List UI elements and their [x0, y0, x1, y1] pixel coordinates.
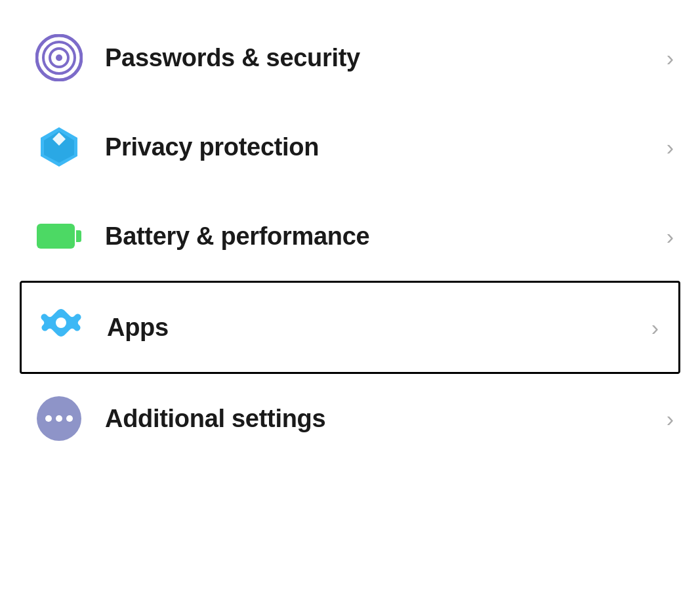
privacy-protection-label: Privacy protection — [105, 133, 653, 161]
additional-settings-chevron: › — [667, 406, 674, 432]
privacy-icon-wrapper — [33, 121, 85, 173]
battery-body — [37, 224, 75, 249]
apps-label: Apps — [107, 314, 638, 342]
additional-settings-label: Additional settings — [105, 405, 653, 433]
apps-icon-wrapper — [35, 301, 87, 354]
svg-point-5 — [56, 318, 66, 328]
battery-performance-chevron: › — [667, 224, 674, 249]
svg-point-7 — [45, 415, 52, 422]
battery-performance-label: Battery & performance — [105, 222, 653, 251]
svg-point-3 — [56, 54, 62, 61]
passwords-security-label: Passwords & security — [105, 44, 653, 72]
privacy-icon — [37, 125, 81, 169]
settings-item-additional-settings[interactable]: Additional settings › — [0, 374, 700, 463]
svg-point-8 — [56, 415, 62, 422]
passwords-security-chevron: › — [667, 45, 674, 71]
passwords-icon — [35, 34, 83, 81]
settings-item-battery-performance[interactable]: Battery & performance › — [0, 192, 700, 281]
battery-tip — [76, 230, 81, 242]
apps-chevron: › — [651, 315, 659, 340]
settings-item-passwords-security[interactable]: Passwords & security › — [0, 13, 700, 102]
settings-item-privacy-protection[interactable]: Privacy protection › — [0, 102, 700, 192]
additional-settings-icon — [35, 395, 83, 442]
settings-item-apps[interactable]: Apps › — [20, 281, 680, 374]
settings-list: Passwords & security › Privacy protectio… — [0, 0, 700, 476]
passwords-icon-wrapper — [33, 31, 85, 84]
battery-icon — [37, 224, 81, 249]
apps-icon — [39, 305, 83, 350]
privacy-protection-chevron: › — [667, 134, 674, 160]
battery-icon-wrapper — [33, 210, 85, 262]
svg-point-9 — [66, 415, 73, 422]
additional-icon-wrapper — [33, 392, 85, 445]
